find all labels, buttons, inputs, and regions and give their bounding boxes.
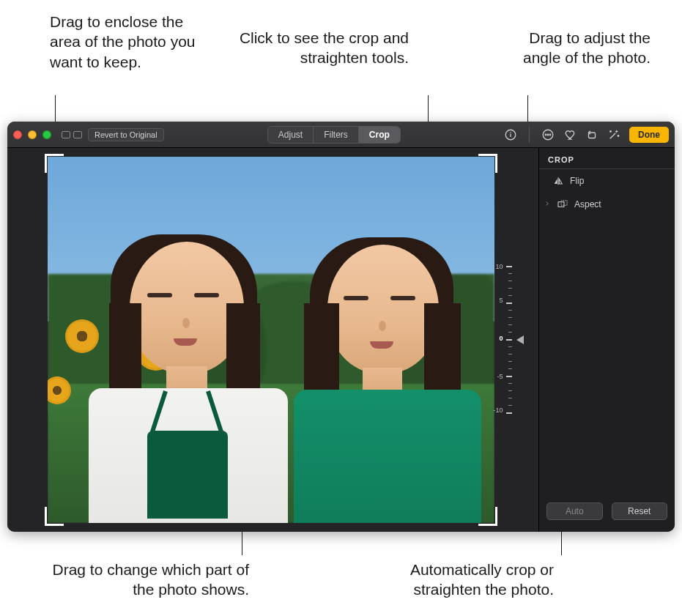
- canvas-area: 10 5 0 -5 -10: [7, 148, 538, 532]
- crop-panel: CROP Flip Aspect Au: [538, 148, 675, 532]
- more-icon[interactable]: [541, 128, 555, 141]
- panel-item-aspect[interactable]: Aspect: [539, 193, 675, 216]
- svg-point-2: [510, 131, 511, 133]
- zoom-dot[interactable]: [42, 130, 51, 139]
- tab-adjust[interactable]: Adjust: [268, 127, 313, 143]
- dial-pointer-icon: [516, 335, 524, 344]
- view-mode-icons[interactable]: [62, 131, 82, 138]
- reset-button[interactable]: Reset: [612, 502, 668, 520]
- crop-frame[interactable]: 10 5 0 -5 -10: [48, 157, 494, 523]
- auto-button[interactable]: Auto: [546, 502, 603, 520]
- info-icon[interactable]: [504, 128, 517, 141]
- flip-icon: [552, 175, 564, 187]
- panel-title: CROP: [539, 148, 675, 169]
- dial-label-zero: 0: [499, 335, 503, 342]
- dial-label-p10: 10: [495, 263, 503, 270]
- svg-point-9: [618, 135, 619, 136]
- dial-label-m5: -5: [497, 373, 503, 380]
- svg-point-8: [610, 130, 612, 132]
- tab-filters[interactable]: Filters: [313, 127, 358, 143]
- crop-handle-top-left[interactable]: [45, 154, 64, 173]
- window-controls: [13, 130, 51, 139]
- dial-label-m10: -10: [493, 407, 503, 414]
- svg-point-6: [549, 134, 551, 136]
- callout-angle: Drag to adjust the angle of the photo.: [497, 28, 651, 68]
- svg-point-4: [545, 134, 546, 136]
- minimize-dot[interactable]: [28, 130, 37, 139]
- straighten-dial[interactable]: 10 5 0 -5 -10: [481, 263, 519, 417]
- callout-crop-tools: Click to see the crop and straighten too…: [233, 28, 409, 68]
- crop-handle-bottom-right[interactable]: [478, 507, 497, 526]
- aspect-icon: [557, 198, 568, 210]
- edit-tabs: Adjust Filters Crop: [267, 126, 401, 144]
- done-button[interactable]: Done: [629, 127, 669, 143]
- photos-edit-window: Revert to Original Adjust Filters Crop: [7, 122, 675, 532]
- svg-point-5: [547, 134, 549, 136]
- revert-to-original-button[interactable]: Revert to Original: [88, 128, 164, 141]
- aspect-label: Aspect: [574, 199, 601, 209]
- tab-crop[interactable]: Crop: [358, 127, 400, 143]
- panel-item-flip[interactable]: Flip: [539, 169, 675, 193]
- dial-label-p5: 5: [499, 297, 503, 304]
- favorite-icon[interactable]: [563, 128, 577, 141]
- callout-reposition: Drag to change which part of the photo s…: [37, 560, 249, 600]
- rotate-icon[interactable]: [585, 128, 598, 141]
- auto-enhance-icon[interactable]: [607, 128, 620, 141]
- crop-handle-top-right[interactable]: [478, 154, 497, 173]
- flip-label: Flip: [570, 176, 584, 186]
- callout-auto: Automatically crop or straighten the pho…: [363, 560, 554, 600]
- close-dot[interactable]: [13, 130, 22, 139]
- crop-handle-bottom-left[interactable]: [45, 507, 64, 526]
- toolbar: Revert to Original Adjust Filters Crop: [7, 122, 675, 148]
- callout-crop-area: Drag to enclose the area of the photo yo…: [50, 12, 204, 72]
- photo[interactable]: [48, 157, 494, 523]
- chevron-right-icon: [544, 199, 551, 209]
